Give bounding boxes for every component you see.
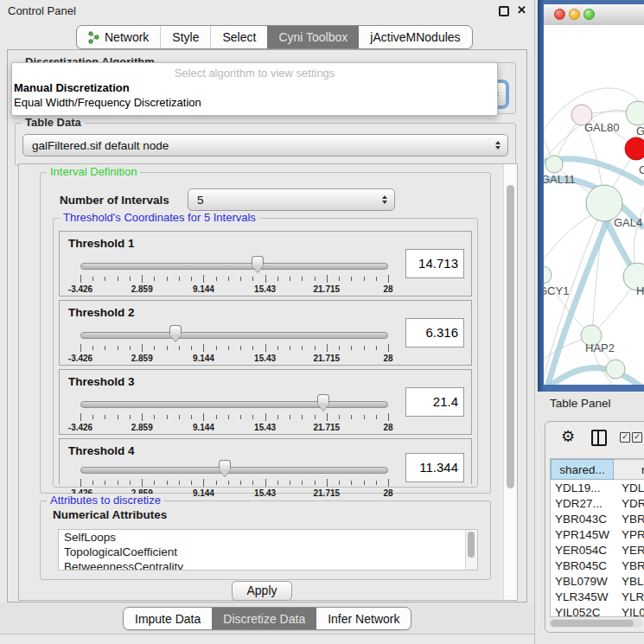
slider-track[interactable] [80, 467, 388, 474]
network-edge[interactable] [544, 339, 588, 359]
number-of-intervals-label: Number of Intervals [60, 194, 169, 207]
threshold-4-label: Threshold 4 [68, 444, 135, 457]
node-label: C [639, 163, 644, 176]
network-node[interactable] [625, 137, 644, 160]
tab-impute-data[interactable]: Impute Data [124, 608, 212, 629]
popup-option-manual-discretization[interactable]: Manual Discretization [12, 80, 497, 95]
thresholds-group: Threshold's Coordinates for 5 Intervals … [53, 218, 478, 488]
tab-cyni-toolbox[interactable]: Cyni Toolbox [267, 26, 359, 48]
number-of-intervals-combo[interactable]: 5 [188, 188, 395, 211]
node-label: GAL80 [584, 121, 619, 134]
slider-ruler [80, 275, 388, 283]
zoom-traffic-light[interactable] [583, 9, 595, 20]
attributes-list-scrollbar[interactable] [465, 530, 477, 570]
scrollbar-thumb[interactable] [507, 185, 514, 488]
table-data-group: Table Data galFiltered.sif default node [15, 123, 516, 166]
network-node[interactable] [545, 156, 563, 173]
slider-ruler [80, 413, 388, 421]
network-canvas[interactable]: GAL80GACGAL11GAL4GCY1HHAP2 [544, 25, 644, 385]
threshold-2-slider[interactable]: -3.4262.8599.14415.4321.71528 [80, 323, 388, 363]
network-node[interactable] [606, 360, 625, 379]
threshold-2-value-field[interactable]: 6.316 [405, 318, 464, 348]
slider-thumb[interactable] [316, 394, 330, 412]
close-traffic-light[interactable] [554, 9, 565, 20]
table-row[interactable]: YLR345WYLR3 [551, 589, 644, 604]
table-row[interactable]: YBL079WYBL0 [551, 573, 644, 589]
slider-thumb[interactable] [251, 256, 265, 274]
table-data-value: galFiltered.sif default node [32, 139, 169, 152]
table-horizontal-scrollbar[interactable] [549, 619, 642, 628]
combo-arrows-icon [495, 141, 501, 150]
column-header-name[interactable]: n [614, 459, 644, 480]
panel-title: Control Panel [8, 4, 76, 17]
network-svg: GAL80GACGAL11GAL4GCY1HHAP2 [544, 25, 644, 385]
attribute-item[interactable]: BetweennessCentrality [59, 559, 477, 571]
table-row[interactable]: YER054CYER0 [551, 542, 644, 558]
tab-jactivemnodules[interactable]: jActiveMNodules [359, 26, 471, 48]
interval-definition-title: Interval Definition [47, 165, 140, 178]
tab-select[interactable]: Select [210, 26, 267, 48]
tab-network-label: Network [105, 30, 149, 44]
attribute-item[interactable]: TopologicalCoefficient [59, 545, 477, 559]
threshold-3-slider[interactable]: -3.4262.8599.14415.4321.71528 [80, 392, 388, 432]
gear-icon[interactable]: ⚙ [561, 427, 575, 446]
deselect-all-checkbox-icon[interactable]: ✓ [632, 432, 642, 443]
node-label: GAL4 [614, 216, 642, 229]
threshold-3-label: Threshold 3 [68, 375, 135, 388]
threshold-4-value-field[interactable]: 11.344 [405, 453, 464, 482]
interval-definition-group: Interval Definition Number of Intervals … [40, 172, 491, 494]
table-row[interactable]: YIL052CYIL0 [551, 604, 644, 617]
screen: Control Panel ✕ Network Style Select [0, 0, 644, 644]
table-row[interactable]: YDR27...YDR2 [551, 495, 644, 511]
threshold-2-label: Threshold 2 [68, 306, 135, 319]
close-icon[interactable]: ✕ [517, 3, 526, 16]
slider-thumb[interactable] [218, 460, 232, 478]
threshold-1-slider[interactable]: -3.4262.8599.14415.4321.71528 [80, 254, 388, 294]
network-node[interactable] [544, 266, 552, 284]
threshold-1-value-field[interactable]: 14.713 [405, 249, 464, 278]
node-label: H [636, 284, 644, 297]
node-label: GCY1 [544, 284, 569, 297]
slider-track[interactable] [80, 263, 388, 270]
network-edge-thick[interactable] [544, 367, 644, 385]
threshold-3-value-field[interactable]: 21.4 [405, 387, 464, 417]
columns-icon[interactable] [591, 430, 607, 446]
numerical-attributes-list[interactable]: SelfLoopsTopologicalCoefficientBetweenne… [58, 529, 478, 571]
threshold-1-label: Threshold 1 [68, 237, 135, 250]
float-window-icon[interactable] [499, 6, 509, 16]
number-of-intervals-value: 5 [197, 194, 204, 207]
tab-network[interactable]: Network [77, 26, 160, 48]
network-edge[interactable] [592, 203, 604, 335]
network-edge-thick[interactable] [546, 220, 608, 385]
minimize-traffic-light[interactable] [569, 9, 580, 20]
popup-option-equal-width-frequency[interactable]: Equal Width/Frequency Discretization [12, 95, 497, 110]
slider-track[interactable] [80, 332, 388, 339]
tab-infer-network[interactable]: Infer Network [316, 608, 411, 629]
table-row[interactable]: YBR045CYBR0 [551, 558, 644, 573]
table-data-combo[interactable]: galFiltered.sif default node [22, 134, 508, 156]
apply-button[interactable]: Apply [232, 581, 292, 601]
column-header-shared[interactable]: shared... [551, 459, 614, 480]
control-panel-titlebar: Control Panel ✕ [0, 0, 534, 22]
slider-track[interactable] [80, 401, 388, 408]
node-attribute-table: shared... n YDL19...YDL1YDR27...YDR2YBR0… [550, 458, 644, 617]
cyni-toolbox-panel: Discretization Algorithm Table Data galF… [7, 49, 527, 603]
table-panel-title: Table Panel [550, 397, 611, 410]
attributes-list-items: SelfLoopsTopologicalCoefficientBetweenne… [59, 530, 477, 571]
table-row[interactable]: YDL19...YDL1 [551, 480, 644, 495]
table-row[interactable]: YBR043CYBR0 [551, 511, 644, 526]
slider-thumb[interactable] [169, 325, 182, 343]
threshold-4-slider[interactable]: -3.4262.8599.14415.4321.71528 [80, 458, 388, 498]
settings-vertical-scrollbar[interactable] [503, 164, 517, 600]
scrollbar-thumb[interactable] [551, 620, 634, 627]
network-node[interactable] [626, 101, 644, 125]
tab-style[interactable]: Style [160, 26, 210, 48]
tab-discretize-data[interactable]: Discretize Data [212, 608, 316, 629]
network-icon [88, 31, 99, 44]
attribute-item[interactable]: SelfLoops [59, 530, 477, 545]
slider-scale: -3.4262.8599.14415.4321.71528 [80, 284, 388, 295]
select-all-checkbox-icon[interactable]: ✓ [620, 432, 630, 443]
slider-scale: -3.4262.8599.14415.4321.71528 [80, 423, 388, 433]
table-header-row: shared... n [551, 459, 644, 480]
table-row[interactable]: YPR145WYPR1 [551, 526, 644, 542]
